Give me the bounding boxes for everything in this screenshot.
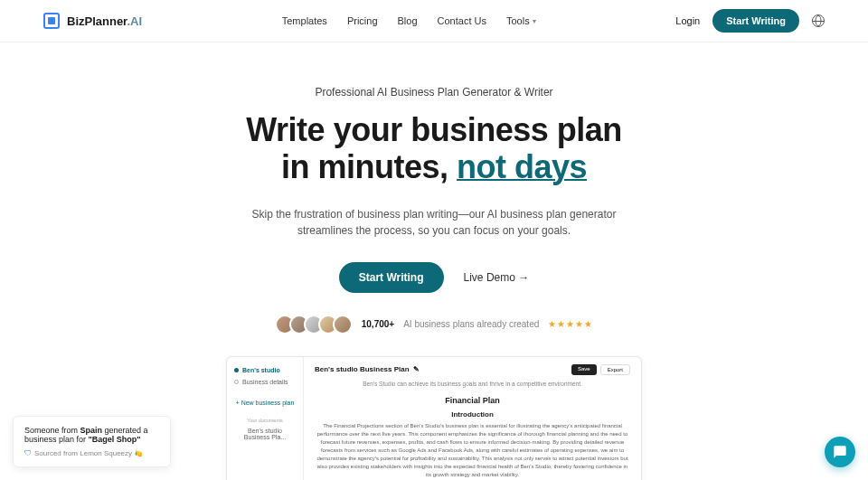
hero-eyebrow: Professional AI Business Plan Generator … [18, 86, 850, 99]
main-nav: Templates Pricing Blog Contact Us Tools▾ [282, 15, 536, 26]
mock-save-button: Save [571, 364, 597, 375]
mock-export-button: Export [600, 364, 630, 375]
sidebar-new-plan: + New business plan [232, 397, 297, 409]
chat-icon [833, 445, 847, 459]
gear-icon [234, 380, 239, 384]
start-writing-cta[interactable]: Start Writing [339, 262, 444, 293]
logo-icon [43, 13, 60, 29]
sidebar-item-studio: Ben's studio [232, 364, 297, 376]
nav-templates[interactable]: Templates [282, 15, 327, 26]
mock-main: Ben's studio Business Plan ✎ Save Export… [304, 357, 641, 480]
login-link[interactable]: Login [675, 15, 700, 26]
mock-tagline: Ben's Studio can achieve its business go… [315, 381, 630, 387]
nav-contact[interactable]: Contact Us [438, 15, 486, 26]
avatar [333, 315, 353, 334]
logo[interactable]: BizPlanner.AI [43, 13, 142, 29]
notification-toast: Someone from Spain generated a business … [13, 416, 171, 467]
toast-source: 🛡 Sourced from Lemon Squeezy 🍋 [24, 449, 159, 457]
lemon-icon: 🍋 [135, 450, 143, 457]
start-writing-button[interactable]: Start Writing [712, 9, 799, 33]
mock-section-heading: Financial Plan [315, 396, 630, 405]
chevron-down-icon: ▾ [533, 17, 536, 25]
sidebar-doc-item: Ben's studio Business Pla... [232, 425, 297, 443]
sidebar-section-label: Your documents [232, 416, 297, 425]
cta-row: Start Writing Live Demo → [18, 262, 850, 293]
mock-subsection-heading: Introduction [315, 410, 630, 419]
toast-message: Someone from Spain generated a business … [24, 426, 159, 444]
hero-section: Professional AI Business Plan Generator … [0, 42, 868, 480]
plan-count: 10,700+ [362, 319, 394, 329]
nav-tools[interactable]: Tools▾ [506, 15, 536, 26]
star-rating: ★★★★★ [548, 319, 593, 329]
site-header: BizPlanner.AI Templates Pricing Blog Con… [0, 0, 868, 42]
nav-blog[interactable]: Blog [398, 15, 418, 26]
logo-text: BizPlanner.AI [67, 14, 142, 28]
social-proof: 10,700+ AI business plans already create… [18, 315, 850, 334]
globe-icon[interactable] [812, 14, 825, 27]
pencil-icon: ✎ [413, 365, 420, 373]
avatar-stack [275, 315, 353, 334]
hero-subtitle: Skip the frustration of business plan wr… [235, 206, 633, 239]
mock-sidebar: Ben's studio Business details + New busi… [227, 357, 304, 480]
mock-paragraph: The Financial Projections section of Ben… [315, 422, 630, 479]
dot-icon [234, 368, 239, 372]
mock-doc-title: Ben's studio Business Plan ✎ [315, 365, 420, 373]
hero-title: Write your business plan in minutes, not… [18, 111, 850, 186]
shield-icon: 🛡 [24, 449, 32, 457]
product-screenshot: Ben's studio Business details + New busi… [226, 356, 642, 480]
live-demo-link[interactable]: Live Demo → [464, 271, 530, 284]
chat-button[interactable] [825, 437, 855, 467]
nav-pricing[interactable]: Pricing [347, 15, 378, 26]
plan-count-text: AI business plans already created [403, 319, 539, 329]
header-actions: Login Start Writing [675, 9, 825, 33]
sidebar-item-details: Business details [232, 376, 297, 388]
